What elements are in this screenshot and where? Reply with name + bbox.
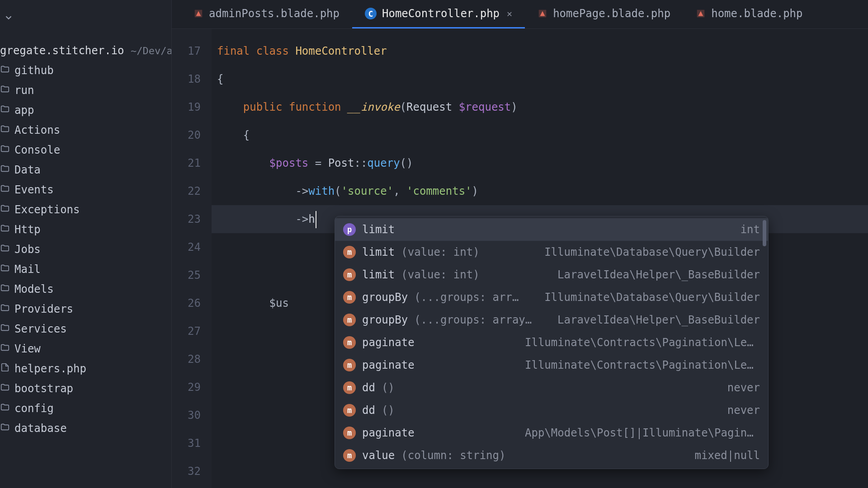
tree-item-label: Providers	[14, 303, 73, 315]
tree-folder[interactable]: Services	[0, 319, 171, 339]
line-number: 19	[172, 93, 201, 121]
completion-name: limit	[362, 268, 395, 281]
tree-folder[interactable]: run	[0, 80, 171, 100]
tree-folder[interactable]: bootstrap	[0, 379, 171, 399]
folder-icon	[0, 64, 10, 77]
completion-kind-icon: p	[343, 223, 356, 236]
php-class-icon: C	[365, 8, 377, 19]
tree-folder[interactable]: config	[0, 399, 171, 418]
completion-name: dd	[362, 404, 375, 417]
autocomplete-item[interactable]: mdd()never	[335, 399, 768, 422]
folder-icon	[0, 203, 10, 216]
completion-name: value	[362, 449, 395, 462]
tree-folder[interactable]: github	[0, 61, 171, 80]
completion-type: Illuminate\Database\Query\Builder	[544, 291, 760, 304]
collapse-chevron-icon[interactable]	[4, 13, 14, 25]
line-number: 30	[172, 401, 201, 429]
tree-folder[interactable]: Providers	[0, 299, 171, 319]
folder-icon	[0, 104, 10, 117]
tab-label: HomeController.php	[382, 7, 500, 20]
tree-item-label: Mail	[14, 263, 41, 276]
autocomplete-item[interactable]: mpaginateApp\Models\Post[]|Illuminate\Pa…	[335, 422, 768, 444]
line-number: 31	[172, 429, 201, 457]
tree-folder[interactable]: Console	[0, 140, 171, 160]
line-number-gutter: 17181920212223242526272829303132	[172, 29, 212, 488]
tree-file[interactable]: helpers.php	[0, 359, 171, 379]
tree-folder[interactable]: Events	[0, 180, 171, 200]
tree-item-label: Events	[14, 183, 54, 196]
autocomplete-item[interactable]: mdd()never	[335, 376, 768, 399]
line-number: 17	[172, 37, 201, 65]
code-editor[interactable]: final class HomeController { public func…	[212, 29, 868, 488]
line-number: 26	[172, 289, 201, 317]
completion-type: App\Models\Post[]|Illuminate\Pagination\…	[525, 427, 760, 439]
tree-folder[interactable]: Models	[0, 279, 171, 299]
tab-label: home.blade.php	[711, 7, 802, 20]
completion-type: LaravelIdea\Helper\_BaseBuilder	[557, 314, 760, 326]
tab-home-blade-php[interactable]: home.blade.php	[683, 0, 815, 28]
tree-item-label: app	[14, 104, 34, 117]
autocomplete-item[interactable]: mvalue(column: string)mixed|null	[335, 444, 768, 467]
completion-kind-icon: m	[343, 381, 356, 394]
completion-type: Illuminate\Contracts\Pagination\LengthAw…	[525, 359, 760, 371]
line-number: 22	[172, 177, 201, 205]
folder-icon	[0, 422, 10, 435]
autocomplete-item[interactable]: mpaginateIlluminate\Contracts\Pagination…	[335, 331, 768, 354]
project-root[interactable]: gregate.stitcher.io ~/Dev/aggre	[0, 41, 171, 61]
completion-kind-icon: m	[343, 336, 356, 349]
completion-type: int	[741, 223, 760, 236]
completion-kind-icon: m	[343, 449, 356, 462]
tree-folder[interactable]: app	[0, 100, 171, 120]
tree-item-label: github	[14, 64, 54, 77]
tree-folder[interactable]: Mail	[0, 259, 171, 279]
tree-folder[interactable]: Actions	[0, 120, 171, 140]
autocomplete-popup[interactable]: plimitintmlimit(value: int)Illuminate\Da…	[335, 216, 769, 469]
tree-folder[interactable]: Data	[0, 160, 171, 180]
tree-folder[interactable]: database	[0, 418, 171, 438]
tab-homePage-blade-php[interactable]: homePage.blade.php	[525, 0, 683, 28]
line-number: 25	[172, 261, 201, 289]
tree-item-label: config	[14, 402, 54, 415]
completion-signature: (...groups: arr…	[414, 291, 519, 304]
autocomplete-scrollbar[interactable]	[763, 220, 766, 246]
autocomplete-item[interactable]: mpaginateIlluminate\Contracts\Pagination…	[335, 354, 768, 376]
autocomplete-item[interactable]: mgroupBy(...groups: array…LaravelIdea\He…	[335, 309, 768, 331]
completion-name: limit	[362, 223, 395, 236]
folder-icon	[0, 84, 10, 97]
completion-signature: (value: int)	[401, 268, 479, 281]
autocomplete-item[interactable]: mlimit(value: int)LaravelIdea\Helper\_Ba…	[335, 263, 768, 286]
tree-folder[interactable]: View	[0, 339, 171, 359]
autocomplete-item[interactable]: mgroupBy(...groups: arr…Illuminate\Datab…	[335, 286, 768, 309]
completion-kind-icon: m	[343, 404, 356, 417]
line-number: 32	[172, 457, 201, 485]
completion-signature: ()	[382, 404, 395, 417]
close-icon[interactable]: ✕	[505, 8, 512, 19]
class-name: HomeController	[295, 45, 387, 57]
tab-HomeController-php[interactable]: CHomeController.php✕	[352, 0, 525, 28]
completion-type: Illuminate\Database\Query\Builder	[544, 246, 760, 258]
tree-item-label: View	[14, 343, 41, 355]
tab-bar: adminPosts.blade.phpCHomeController.php✕…	[172, 0, 868, 29]
completion-signature: (value: int)	[401, 246, 479, 258]
autocomplete-item[interactable]: mlimit(value: int)Illuminate\Database\Qu…	[335, 241, 768, 263]
code-area: 17181920212223242526272829303132 final c…	[172, 29, 868, 488]
file-icon	[0, 362, 10, 375]
completion-name: paginate	[362, 427, 415, 439]
tree-folder[interactable]: Http	[0, 220, 171, 239]
completion-type: Illuminate\Contracts\Pagination\LengthAw…	[525, 336, 760, 349]
completion-type: never	[727, 381, 760, 394]
tree-item-label: helpers.php	[14, 362, 86, 375]
tree-folder[interactable]: Exceptions	[0, 200, 171, 220]
text-caret	[316, 211, 316, 228]
tab-adminPosts-blade-php[interactable]: adminPosts.blade.php	[181, 0, 352, 28]
blade-file-icon	[696, 9, 706, 19]
completion-signature: ()	[382, 381, 395, 394]
tree-item-label: Console	[14, 144, 60, 156]
autocomplete-item[interactable]: plimitint	[335, 218, 768, 241]
tree-folder[interactable]: Jobs	[0, 239, 171, 259]
completion-name: limit	[362, 246, 395, 258]
keyword: final	[217, 45, 250, 57]
keyword: function	[289, 101, 341, 113]
completion-name: paginate	[362, 359, 415, 371]
completion-kind-icon: m	[343, 246, 356, 258]
